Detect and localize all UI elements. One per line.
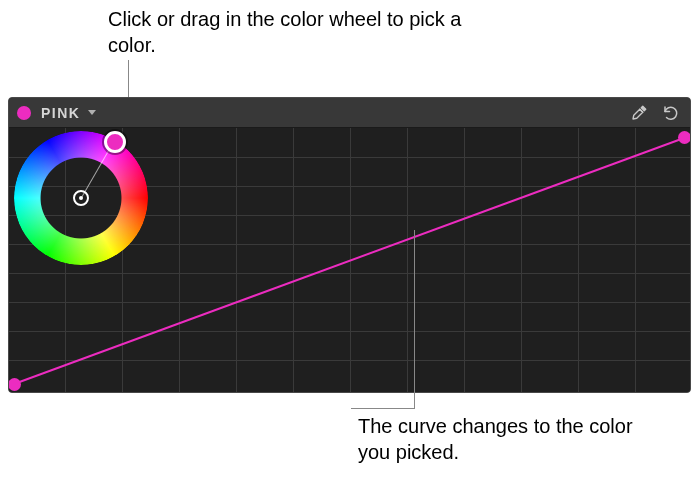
reset-icon[interactable] — [660, 102, 682, 124]
chevron-down-icon — [88, 110, 96, 115]
eyedropper-icon[interactable] — [628, 102, 650, 124]
color-curve-panel: PINK — [8, 97, 691, 393]
grid-line — [293, 128, 294, 393]
callout-curve-color: The curve changes to the color you picke… — [358, 413, 668, 465]
panel-header: PINK — [9, 98, 690, 128]
grid-line — [236, 128, 237, 393]
curve-endpoint-start[interactable] — [8, 378, 21, 391]
curve-grid-area[interactable] — [9, 128, 690, 393]
selected-color-swatch[interactable] — [17, 106, 31, 120]
color-dropdown-label: PINK — [41, 105, 80, 121]
color-dropdown[interactable]: PINK — [41, 105, 96, 121]
grid-line — [407, 128, 408, 393]
leader-line-bottom-v — [414, 230, 415, 408]
grid-line — [578, 128, 579, 393]
grid-line — [350, 128, 351, 393]
grid-line — [179, 128, 180, 393]
grid-line — [521, 128, 522, 393]
callout-color-wheel: Click or drag in the color wheel to pick… — [108, 6, 508, 58]
grid-line — [464, 128, 465, 393]
curve-endpoint-end[interactable] — [678, 131, 691, 144]
color-wheel-center-handle[interactable] — [73, 190, 89, 206]
color-wheel-picker-handle[interactable] — [104, 131, 126, 153]
grid-line — [635, 128, 636, 393]
leader-line-bottom-h — [351, 408, 415, 409]
